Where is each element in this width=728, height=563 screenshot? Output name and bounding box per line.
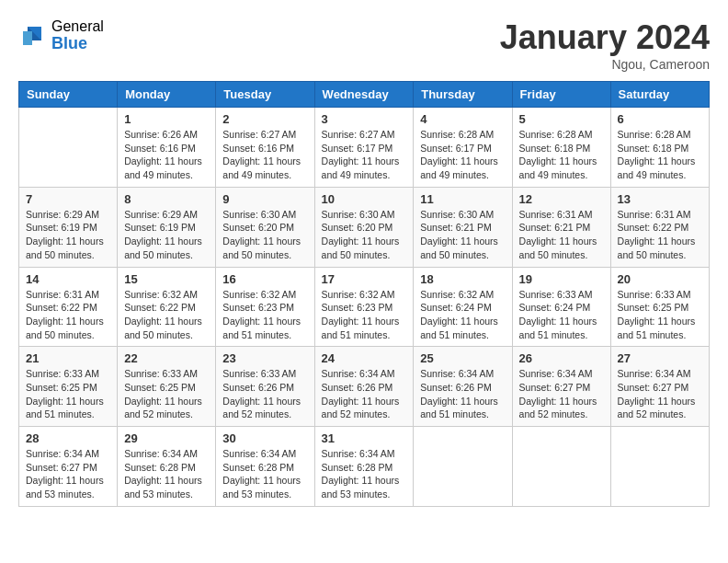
day-info: Sunrise: 6:34 AMSunset: 6:26 PMDaylight:… (420, 367, 505, 421)
calendar-table: SundayMondayTuesdayWednesdayThursdayFrid… (18, 81, 710, 507)
title-area: January 2024 Ngou, Cameroon (500, 18, 710, 72)
calendar-week-4: 21Sunrise: 6:33 AMSunset: 6:25 PMDayligh… (19, 347, 710, 427)
day-info: Sunrise: 6:30 AMSunset: 6:20 PMDaylight:… (322, 208, 407, 262)
day-number: 12 (519, 192, 604, 206)
logo-general: General (51, 18, 104, 35)
calendar-cell: 22Sunrise: 6:33 AMSunset: 6:25 PMDayligh… (118, 347, 216, 427)
day-info: Sunrise: 6:32 AMSunset: 6:23 PMDaylight:… (222, 288, 307, 342)
day-number: 2 (222, 112, 307, 126)
logo-icon (18, 22, 46, 50)
month-title: January 2024 (500, 18, 710, 57)
calendar-cell: 13Sunrise: 6:31 AMSunset: 6:22 PMDayligh… (610, 187, 709, 267)
day-number: 15 (124, 272, 209, 286)
day-info: Sunrise: 6:33 AMSunset: 6:26 PMDaylight:… (222, 367, 307, 421)
logo-text: General Blue (51, 18, 104, 52)
weekday-header-saturday: Saturday (610, 82, 709, 108)
location: Ngou, Cameroon (500, 57, 710, 72)
weekday-header-thursday: Thursday (414, 82, 512, 108)
day-info: Sunrise: 6:34 AMSunset: 6:28 PMDaylight:… (222, 447, 307, 501)
calendar-cell: 28Sunrise: 6:34 AMSunset: 6:27 PMDayligh… (19, 427, 118, 507)
day-number: 14 (26, 272, 110, 286)
day-number: 4 (420, 112, 505, 126)
day-info: Sunrise: 6:28 AMSunset: 6:18 PMDaylight:… (618, 128, 702, 182)
day-info: Sunrise: 6:34 AMSunset: 6:28 PMDaylight:… (322, 447, 407, 501)
calendar-cell: 15Sunrise: 6:32 AMSunset: 6:22 PMDayligh… (118, 267, 216, 347)
calendar-cell: 19Sunrise: 6:33 AMSunset: 6:24 PMDayligh… (512, 267, 610, 347)
weekday-header-wednesday: Wednesday (314, 82, 414, 108)
day-number: 19 (519, 272, 604, 286)
calendar-cell (19, 108, 118, 188)
day-number: 16 (222, 272, 307, 286)
calendar-cell: 5Sunrise: 6:28 AMSunset: 6:18 PMDaylight… (512, 108, 610, 188)
calendar-cell: 3Sunrise: 6:27 AMSunset: 6:17 PMDaylight… (314, 108, 414, 188)
calendar-cell: 26Sunrise: 6:34 AMSunset: 6:27 PMDayligh… (512, 347, 610, 427)
day-number: 9 (222, 192, 307, 206)
calendar-week-1: 1Sunrise: 6:26 AMSunset: 6:16 PMDaylight… (19, 108, 710, 188)
day-number: 18 (420, 272, 505, 286)
day-number: 30 (222, 431, 307, 445)
day-number: 26 (519, 351, 604, 365)
day-number: 22 (124, 351, 209, 365)
logo: General Blue (18, 18, 104, 52)
day-info: Sunrise: 6:29 AMSunset: 6:19 PMDaylight:… (124, 208, 209, 262)
day-number: 11 (420, 192, 505, 206)
day-number: 31 (322, 431, 407, 445)
calendar-cell: 6Sunrise: 6:28 AMSunset: 6:18 PMDaylight… (610, 108, 709, 188)
calendar-cell (610, 427, 709, 507)
calendar-cell: 18Sunrise: 6:32 AMSunset: 6:24 PMDayligh… (414, 267, 512, 347)
day-number: 24 (322, 351, 407, 365)
calendar-cell: 29Sunrise: 6:34 AMSunset: 6:28 PMDayligh… (118, 427, 216, 507)
calendar-body: 1Sunrise: 6:26 AMSunset: 6:16 PMDaylight… (19, 108, 710, 507)
weekday-header-monday: Monday (118, 82, 216, 108)
day-info: Sunrise: 6:27 AMSunset: 6:17 PMDaylight:… (322, 128, 407, 182)
day-number: 20 (618, 272, 702, 286)
calendar-cell: 14Sunrise: 6:31 AMSunset: 6:22 PMDayligh… (19, 267, 118, 347)
calendar-cell (512, 427, 610, 507)
day-number: 25 (420, 351, 505, 365)
day-info: Sunrise: 6:31 AMSunset: 6:21 PMDaylight:… (519, 208, 604, 262)
weekday-header-tuesday: Tuesday (216, 82, 314, 108)
day-number: 3 (322, 112, 407, 126)
calendar-header: SundayMondayTuesdayWednesdayThursdayFrid… (19, 82, 710, 108)
logo-blue: Blue (51, 35, 104, 53)
calendar-cell (414, 427, 512, 507)
day-info: Sunrise: 6:34 AMSunset: 6:27 PMDaylight:… (618, 367, 702, 421)
day-info: Sunrise: 6:33 AMSunset: 6:24 PMDaylight:… (519, 288, 604, 342)
calendar-cell: 17Sunrise: 6:32 AMSunset: 6:23 PMDayligh… (314, 267, 414, 347)
weekday-header-friday: Friday (512, 82, 610, 108)
day-number: 1 (124, 112, 209, 126)
calendar-week-2: 7Sunrise: 6:29 AMSunset: 6:19 PMDaylight… (19, 187, 710, 267)
day-number: 23 (222, 351, 307, 365)
day-info: Sunrise: 6:32 AMSunset: 6:24 PMDaylight:… (420, 288, 505, 342)
day-info: Sunrise: 6:34 AMSunset: 6:26 PMDaylight:… (322, 367, 407, 421)
calendar-cell: 9Sunrise: 6:30 AMSunset: 6:20 PMDaylight… (216, 187, 314, 267)
day-number: 5 (519, 112, 604, 126)
day-number: 29 (124, 431, 209, 445)
day-info: Sunrise: 6:32 AMSunset: 6:22 PMDaylight:… (124, 288, 209, 342)
calendar-cell: 1Sunrise: 6:26 AMSunset: 6:16 PMDaylight… (118, 108, 216, 188)
day-info: Sunrise: 6:33 AMSunset: 6:25 PMDaylight:… (618, 288, 702, 342)
day-info: Sunrise: 6:29 AMSunset: 6:19 PMDaylight:… (26, 208, 110, 262)
calendar-cell: 16Sunrise: 6:32 AMSunset: 6:23 PMDayligh… (216, 267, 314, 347)
calendar-cell: 27Sunrise: 6:34 AMSunset: 6:27 PMDayligh… (610, 347, 709, 427)
day-number: 6 (618, 112, 702, 126)
calendar-cell: 7Sunrise: 6:29 AMSunset: 6:19 PMDaylight… (19, 187, 118, 267)
calendar-cell: 8Sunrise: 6:29 AMSunset: 6:19 PMDaylight… (118, 187, 216, 267)
calendar-week-3: 14Sunrise: 6:31 AMSunset: 6:22 PMDayligh… (19, 267, 710, 347)
day-info: Sunrise: 6:31 AMSunset: 6:22 PMDaylight:… (26, 288, 110, 342)
calendar-cell: 25Sunrise: 6:34 AMSunset: 6:26 PMDayligh… (414, 347, 512, 427)
calendar-cell: 21Sunrise: 6:33 AMSunset: 6:25 PMDayligh… (19, 347, 118, 427)
day-number: 13 (618, 192, 702, 206)
day-info: Sunrise: 6:27 AMSunset: 6:16 PMDaylight:… (222, 128, 307, 182)
day-info: Sunrise: 6:33 AMSunset: 6:25 PMDaylight:… (26, 367, 110, 421)
calendar-cell: 20Sunrise: 6:33 AMSunset: 6:25 PMDayligh… (610, 267, 709, 347)
day-number: 8 (124, 192, 209, 206)
day-info: Sunrise: 6:34 AMSunset: 6:28 PMDaylight:… (124, 447, 209, 501)
day-info: Sunrise: 6:28 AMSunset: 6:18 PMDaylight:… (519, 128, 604, 182)
calendar-cell: 31Sunrise: 6:34 AMSunset: 6:28 PMDayligh… (314, 427, 414, 507)
day-number: 10 (322, 192, 407, 206)
day-info: Sunrise: 6:26 AMSunset: 6:16 PMDaylight:… (124, 128, 209, 182)
calendar-cell: 4Sunrise: 6:28 AMSunset: 6:17 PMDaylight… (414, 108, 512, 188)
day-info: Sunrise: 6:30 AMSunset: 6:20 PMDaylight:… (222, 208, 307, 262)
day-info: Sunrise: 6:28 AMSunset: 6:17 PMDaylight:… (420, 128, 505, 182)
